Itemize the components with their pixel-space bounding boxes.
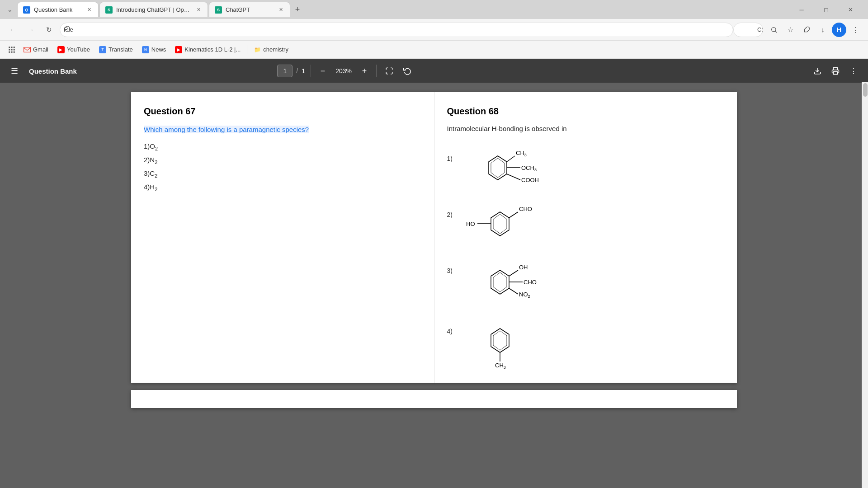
close-button[interactable]: ✕ xyxy=(840,2,861,17)
bookmarks-bar: Gmail ▶ YouTube T Translate N News ▶ Kin… xyxy=(0,41,868,59)
bookmark-gmail[interactable]: Gmail xyxy=(20,44,52,55)
option-2: 2)N2 xyxy=(144,156,421,165)
bookmark-kinematics[interactable]: ▶ Kinematics 1D L-2 |... xyxy=(171,44,244,55)
pdf-toolbar-actions: ⋮ xyxy=(810,64,861,78)
svg-marker-17 xyxy=(491,158,505,178)
page-separator: / xyxy=(296,67,298,75)
tab-chatgpt[interactable]: S ChatGPT ✕ xyxy=(209,2,290,17)
file-label: File xyxy=(60,23,733,37)
news-label: News xyxy=(151,46,166,53)
svg-marker-22 xyxy=(493,214,507,234)
svg-line-29 xyxy=(509,288,518,294)
ch3-label-4: CH3 xyxy=(495,362,506,370)
tab2-close[interactable]: ✕ xyxy=(195,6,202,14)
svg-line-27 xyxy=(509,270,518,276)
molecule-4-svg: CH3 xyxy=(462,314,561,368)
svg-rect-15 xyxy=(834,72,838,75)
svg-point-3 xyxy=(772,27,776,31)
pdf-download-button[interactable] xyxy=(810,64,825,78)
forward-button[interactable]: → xyxy=(24,23,38,37)
svg-rect-10 xyxy=(14,49,15,50)
pdf-more-button[interactable]: ⋮ xyxy=(846,64,861,78)
address-text[interactable]: C:/Users/hp/Downloads/AIATS-02%20QP%20[R… xyxy=(733,23,763,37)
search-icon-btn[interactable] xyxy=(767,23,781,37)
bookmark-news[interactable]: N News xyxy=(138,44,170,55)
zoom-in-button[interactable]: + xyxy=(358,65,371,77)
tab2-title: Introducing ChatGPT | OpenAI xyxy=(116,6,191,13)
page-total: 1 xyxy=(302,67,305,75)
ch3-label-1: CH3 xyxy=(516,150,527,157)
molecules-list: 1) CH3 OCH3 COOH xyxy=(447,141,725,368)
profile-button[interactable]: H xyxy=(832,23,846,37)
kinematics-favicon: ▶ xyxy=(175,46,182,53)
tab-chatgpt-intro[interactable]: S Introducing ChatGPT | OpenAI ✕ xyxy=(99,2,208,17)
browser-chrome: ⌄ Q Question Bank ✕ S Introducing ChatGP… xyxy=(0,0,868,59)
mol-2-num: 2) xyxy=(447,197,458,218)
question-68-title: Question 68 xyxy=(447,106,725,117)
bookmark-chemistry[interactable]: 📁 chemistry xyxy=(250,44,292,55)
bookmark-translate[interactable]: T Translate xyxy=(95,44,137,55)
scrollbar[interactable] xyxy=(862,83,868,488)
tab1-favicon: Q xyxy=(23,6,30,14)
pdf-content[interactable]: Question 67 Which among the following is… xyxy=(0,83,868,488)
back-button[interactable]: ← xyxy=(5,23,20,37)
pdf-print-button[interactable] xyxy=(828,64,843,78)
gmail-favicon xyxy=(24,46,31,53)
svg-marker-25 xyxy=(491,270,509,294)
tab-question-bank[interactable]: Q Question Bank ✕ xyxy=(17,2,99,17)
question-67-title: Question 67 xyxy=(144,106,421,117)
molecule-3-row: 3) OH CHO NO2 xyxy=(447,253,725,312)
molecule-2-svg: HO CHO xyxy=(462,197,561,252)
svg-rect-5 xyxy=(9,47,10,48)
molecule-1-row: 1) CH3 OCH3 COOH xyxy=(447,141,725,196)
youtube-label: YouTube xyxy=(67,46,90,53)
tab3-title: ChatGPT xyxy=(226,6,274,13)
tab1-close[interactable]: ✕ xyxy=(85,6,93,14)
youtube-favicon: ▶ xyxy=(57,46,65,53)
maximize-button[interactable]: ◻ xyxy=(816,2,836,17)
rotate-button[interactable] xyxy=(400,64,415,78)
chemistry-label: chemistry xyxy=(263,46,288,53)
minimize-button[interactable]: ─ xyxy=(791,2,812,17)
svg-marker-21 xyxy=(491,212,509,236)
bookmark-youtube[interactable]: ▶ YouTube xyxy=(54,44,94,55)
more-btn[interactable]: ⋮ xyxy=(848,23,863,37)
molecule-4-row: 4) CH3 xyxy=(447,314,725,368)
address-actions: ☆ ↓ H ⋮ xyxy=(767,23,863,37)
translate-favicon: T xyxy=(99,46,106,53)
molecule-1-svg: CH3 OCH3 COOH xyxy=(462,141,561,196)
apps-button[interactable] xyxy=(5,43,18,56)
zoom-out-button[interactable]: − xyxy=(316,65,329,77)
download-btn[interactable]: ↓ xyxy=(816,23,830,37)
page-current[interactable]: 1 xyxy=(277,65,292,77)
cho-label-2: CHO xyxy=(524,279,537,286)
scrollbar-thumb[interactable] xyxy=(863,83,868,97)
bookmark-btn[interactable]: ☆ xyxy=(783,23,797,37)
fit-page-button[interactable] xyxy=(382,64,396,78)
question-67-text: Which among the following is a paramagne… xyxy=(144,126,309,133)
question-68-column: Question 68 Intramolecular H-bonding is … xyxy=(434,92,737,383)
pdf-menu-button[interactable]: ☰ xyxy=(7,64,22,78)
pdf-divider1 xyxy=(311,65,311,77)
svg-line-18 xyxy=(507,156,515,162)
gmail-label: Gmail xyxy=(33,46,48,53)
svg-line-20 xyxy=(507,174,520,180)
reload-button[interactable]: ↻ xyxy=(42,23,56,37)
och3-label: OCH3 xyxy=(521,164,537,172)
option-3: 3)C2 xyxy=(144,169,421,178)
cho-label: CHO xyxy=(519,206,532,212)
kinematics-label: Kinematics 1D L-2 |... xyxy=(184,46,241,53)
tab3-close[interactable]: ✕ xyxy=(277,6,284,14)
molecule-3-svg: OH CHO NO2 xyxy=(462,253,561,312)
tab-list-button[interactable]: ⌄ xyxy=(4,3,16,16)
tab-bar: ⌄ Q Question Bank ✕ S Introducing ChatGP… xyxy=(0,0,868,19)
mol-1-num: 1) xyxy=(447,141,458,162)
window-controls: ─ ◻ ✕ xyxy=(791,2,864,17)
svg-marker-31 xyxy=(493,331,507,350)
question-67-options: 1)O2 2)N2 3)C2 4)H2 xyxy=(144,142,421,192)
new-tab-button[interactable]: + xyxy=(291,3,304,16)
pdf-divider2 xyxy=(376,65,377,77)
extensions-btn[interactable] xyxy=(799,23,814,37)
file-icon xyxy=(64,26,71,33)
oh-label: OH xyxy=(519,264,528,271)
